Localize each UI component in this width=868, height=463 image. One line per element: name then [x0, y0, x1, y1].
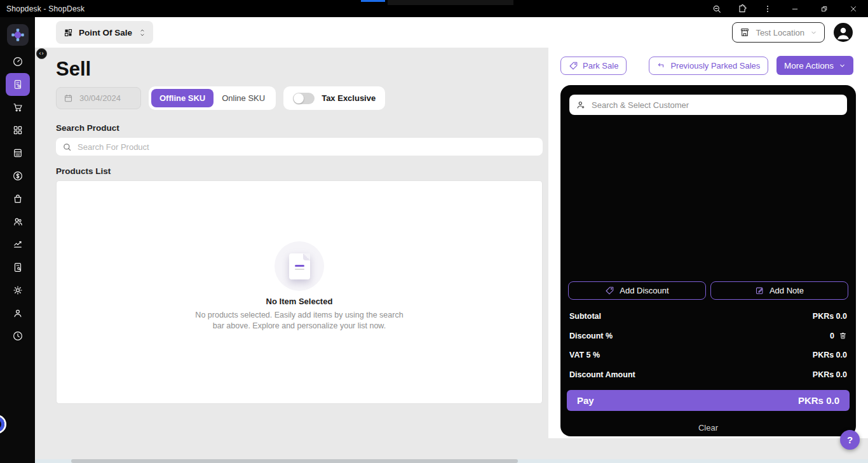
add-note-button[interactable]: Add Note: [710, 281, 848, 300]
horizontal-scrollbar[interactable]: [35, 459, 868, 463]
empty-state-title: No Item Selected: [266, 297, 333, 306]
settings-gear-icon: [12, 285, 24, 296]
add-discount-button[interactable]: Add Discount: [568, 281, 706, 300]
purchases-bag-icon: [12, 193, 24, 205]
tab-loading-accent: [361, 0, 385, 2]
clear-button[interactable]: Clear: [569, 419, 847, 436]
sidebar-item-pos[interactable]: [6, 73, 30, 96]
totals-summary: Subtotal PKRs 0.0 Discount % 0: [569, 307, 847, 384]
product-search-box: [56, 138, 543, 156]
help-button[interactable]: ?: [840, 430, 860, 450]
user-avatar[interactable]: [834, 23, 853, 42]
empty-document-icon: [289, 253, 310, 279]
menu-kebab-icon[interactable]: [755, 0, 780, 17]
sidebar-item-profile[interactable]: [6, 302, 30, 325]
checkout-card: Add Discount Add Note Subtotal PKRs: [560, 85, 856, 436]
close-icon[interactable]: [839, 0, 868, 17]
content-area: Sell 30/04/2024 Offline SKU Online SKU: [35, 48, 868, 463]
sell-section: Sell 30/04/2024 Offline SKU Online SKU: [56, 48, 543, 404]
chevron-down-icon: [839, 62, 846, 69]
more-actions-button[interactable]: More Actions: [776, 56, 853, 75]
location-label: Test Location: [756, 28, 804, 37]
cart-empty-space: [569, 115, 847, 281]
empty-state-description: No products selected. Easily add items b…: [193, 310, 405, 332]
date-picker[interactable]: 30/04/2024: [56, 87, 141, 109]
location-selector[interactable]: Test Location: [732, 22, 825, 43]
topbar: Point Of Sale Test Location: [35, 17, 868, 48]
sort-chevrons-icon: [139, 29, 146, 37]
date-value: 30/04/2024: [79, 93, 121, 103]
chat-widget-ring[interactable]: [0, 417, 4, 432]
sidebar-item-customers[interactable]: [6, 210, 30, 233]
sidebar-item-categories[interactable]: [6, 119, 30, 142]
reports-doc-icon: [12, 262, 24, 273]
sidebar-item-dashboard[interactable]: [6, 50, 30, 73]
edit-note-icon: [755, 286, 764, 295]
history-clock-icon: [12, 330, 24, 342]
customers-icon: [12, 216, 24, 227]
products-list-label: Products List: [56, 166, 543, 176]
cart-panel: Park Sale Previously Parked Sales More A…: [548, 48, 868, 438]
sell-controls: 30/04/2024 Offline SKU Online SKU Tax Ex…: [56, 86, 543, 110]
online-sku-tab[interactable]: Online SKU: [214, 89, 273, 107]
cart-icon: [12, 102, 24, 113]
tax-exclusive-label: Tax Exclusive: [322, 93, 376, 103]
summary-row-discount-percent: Discount % 0: [569, 326, 847, 346]
summary-row-discount-amount: Discount Amount PKRs 0.0: [569, 365, 847, 385]
nav-module-selector[interactable]: Point Of Sale: [56, 21, 153, 44]
summary-row-subtotal: Subtotal PKRs 0.0: [569, 307, 847, 326]
finance-dollar-icon: [12, 170, 24, 182]
customer-search-box: [569, 95, 847, 115]
page-title: Sell: [56, 58, 543, 81]
cart-actions-row: Park Sale Previously Parked Sales More A…: [548, 48, 868, 75]
minimize-icon[interactable]: [780, 0, 810, 17]
pay-amount: PKRs 0.0: [798, 395, 839, 406]
product-search-input[interactable]: [78, 142, 536, 152]
sidebar-item-reports[interactable]: [6, 256, 30, 279]
sidebar-item-sales[interactable]: [6, 96, 30, 119]
window-titlebar: Shopdesk - ShopDesk: [0, 0, 868, 17]
scrollbar-thumb[interactable]: [71, 459, 518, 463]
sidebar-item-register[interactable]: [6, 142, 30, 164]
empty-state-badge: [275, 241, 324, 291]
zoom-out-icon[interactable]: [704, 0, 729, 17]
return-arrow-icon: [657, 61, 666, 70]
offline-sku-tab[interactable]: Offline SKU: [151, 89, 214, 107]
sidebar-item-analytics[interactable]: [6, 233, 30, 256]
summary-row-vat: VAT 5 % PKRs 0.0: [569, 346, 847, 365]
search-icon: [62, 142, 72, 152]
titlebar-actions: [704, 0, 868, 17]
profile-icon: [12, 307, 24, 319]
analytics-chart-icon: [12, 239, 24, 250]
extensions-icon[interactable]: [729, 0, 755, 17]
calendar-icon: [64, 93, 73, 103]
sidebar-item-settings[interactable]: [6, 279, 30, 302]
sidebar-collapse-toggle[interactable]: ‹›: [36, 48, 47, 59]
products-list-card: No Item Selected No products selected. E…: [56, 180, 543, 404]
delete-discount-icon[interactable]: [839, 332, 847, 340]
tax-exclusive-switch[interactable]: [293, 93, 315, 104]
grid-icon: [64, 28, 73, 37]
pay-button[interactable]: Pay PKRs 0.0: [567, 390, 850, 411]
sidebar-item-purchases[interactable]: [6, 187, 30, 210]
tax-exclusive-control: Tax Exclusive: [283, 86, 385, 110]
dashboard-gauge-icon: [12, 56, 24, 67]
topbar-right: Test Location: [732, 22, 853, 43]
cash-register-icon: [12, 147, 24, 159]
customer-search-input[interactable]: [592, 100, 841, 110]
tab-strip-ghost: [388, 0, 513, 5]
park-sale-button[interactable]: Park Sale: [560, 57, 627, 75]
window-title: Shopdesk - ShopDesk: [6, 4, 85, 13]
switch-knob: [294, 93, 304, 104]
sidebar-item-history[interactable]: [6, 325, 30, 347]
restore-icon[interactable]: [810, 0, 839, 17]
sidebar-nav: [6, 50, 30, 347]
previously-parked-sales-button[interactable]: Previously Parked Sales: [649, 57, 768, 75]
sku-mode-toggle: Offline SKU Online SKU: [149, 86, 276, 110]
chevron-down-icon: [810, 29, 817, 36]
discount-percent-value: 0: [830, 332, 834, 340]
app-frame: ‹› Point Of Sale Test Location: [0, 17, 868, 463]
shopdesk-logo[interactable]: [7, 24, 29, 46]
main-column: Point Of Sale Test Location: [35, 17, 868, 463]
sidebar-item-finance[interactable]: [6, 164, 30, 187]
